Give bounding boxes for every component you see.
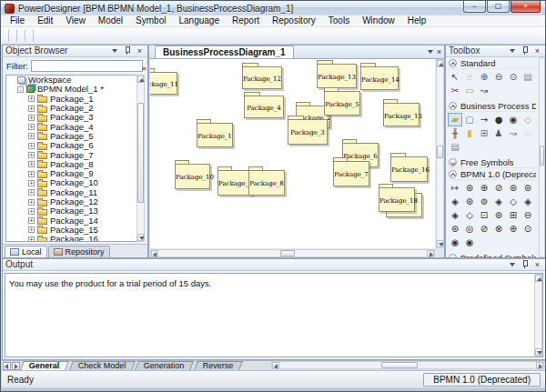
- bpmn-rule-event-tool[interactable]: ⊜: [521, 181, 535, 195]
- toolbox-scrollbar[interactable]: [539, 57, 545, 257]
- bpmn-intermediate-event-tool[interactable]: ⊡: [477, 208, 491, 222]
- tree-scrollbar[interactable]: [136, 75, 145, 242]
- package-symbol[interactable]: Package_1: [197, 119, 233, 147]
- filter-input[interactable]: [31, 60, 143, 72]
- data-tool[interactable]: ▮: [462, 126, 477, 140]
- window-position-chevron-icon[interactable]: [507, 260, 517, 270]
- bpmn-link-event-tool[interactable]: ⊙: [521, 222, 535, 236]
- output-hscrollbar[interactable]: [271, 361, 544, 369]
- menu-item[interactable]: View: [59, 15, 92, 26]
- tree-item[interactable]: + Package_16: [6, 235, 144, 242]
- bpmn-error-end-event-tool[interactable]: ⊘: [477, 222, 491, 236]
- bpmn-timer-start-event-tool[interactable]: ⊕: [506, 222, 521, 236]
- zoom-in-tool[interactable]: ⊕: [477, 70, 491, 84]
- bpmn-decision-gateway-tool[interactable]: ◇: [462, 208, 477, 222]
- package-symbol[interactable]: Package_15: [383, 99, 420, 126]
- window-position-chevron-icon[interactable]: [507, 46, 517, 56]
- section-collapse-chevron-icon[interactable]: [449, 102, 457, 110]
- scroll-up-icon[interactable]: [437, 60, 443, 67]
- tree-scroll-thumb[interactable]: [137, 103, 144, 203]
- menu-item[interactable]: Window: [356, 15, 401, 26]
- organization-unit-tool[interactable]: ♟: [491, 126, 506, 140]
- auto-hide-pin-icon[interactable]: [122, 46, 132, 56]
- tree-expander[interactable]: +: [28, 208, 35, 215]
- bpmn-timer-event-tool[interactable]: ⊕: [477, 181, 491, 195]
- output-scrollbar[interactable]: [534, 274, 542, 357]
- properties-tool[interactable]: ▤: [521, 70, 535, 84]
- tab-list-chevron-icon[interactable]: [428, 50, 433, 54]
- end-tool[interactable]: ◉: [506, 113, 521, 126]
- scroll-left-icon[interactable]: [151, 250, 158, 256]
- package-symbol[interactable]: Package_18: [379, 184, 415, 212]
- tree-expander[interactable]: +: [28, 171, 35, 177]
- bpmn-inclusive-gateway-tool[interactable]: ◈: [521, 195, 535, 208]
- bpmn-gateway-tool[interactable]: ◈: [448, 195, 462, 208]
- zoom-out-tool[interactable]: ⊖: [491, 70, 506, 84]
- menu-item[interactable]: Repository: [266, 15, 322, 26]
- tree-item[interactable]: + Package_6: [6, 141, 144, 150]
- tree-expander[interactable]: +: [28, 106, 35, 112]
- diagram-vscrollbar[interactable]: [436, 59, 444, 248]
- tree-expander[interactable]: +: [28, 124, 35, 130]
- package-symbol[interactable]: Package_3: [288, 116, 328, 145]
- bpmn-link-tool[interactable]: ↦: [448, 181, 462, 195]
- section-collapse-chevron-icon[interactable]: [449, 59, 457, 67]
- panel-close-icon[interactable]: ×: [135, 46, 145, 56]
- close-button[interactable]: ×: [511, 1, 541, 13]
- pointer-tool[interactable]: ↖: [448, 70, 462, 84]
- tree-expander[interactable]: +: [28, 189, 35, 196]
- auto-hide-pin-icon[interactable]: [520, 260, 530, 270]
- menu-item[interactable]: Tools: [322, 15, 356, 26]
- open-diagram-tool[interactable]: ⊙: [506, 70, 521, 84]
- tree-expander[interactable]: +: [28, 199, 35, 206]
- tree-expander[interactable]: +: [28, 180, 35, 186]
- diagram-vscroll-thumb[interactable]: [437, 146, 443, 158]
- document-close-icon[interactable]: ×: [437, 47, 441, 56]
- package-symbol[interactable]: Package_14: [360, 63, 399, 90]
- package-symbol[interactable]: Package_10: [175, 160, 210, 189]
- bpmn-multiple-event-tool[interactable]: ⊚: [477, 195, 491, 208]
- browser-tab[interactable]: Repository: [48, 246, 110, 257]
- bpmn-terminate-end-tool[interactable]: ◉: [462, 236, 477, 249]
- bpmn-subprocess-tool[interactable]: ⊞: [506, 208, 521, 222]
- bpmn-complex-gateway-tool[interactable]: ◈: [491, 195, 506, 208]
- diagram-canvas[interactable]: Package_11 Package_12 Package_13: [150, 59, 435, 248]
- tree-expander[interactable]: +: [28, 236, 35, 242]
- package-symbol[interactable]: Package_5: [324, 87, 360, 116]
- bpmn-event-gateway-tool[interactable]: ⊛: [462, 195, 477, 208]
- tree-expander[interactable]: +: [28, 152, 35, 158]
- toolbox-scroll-thumb[interactable]: [540, 146, 544, 166]
- decision-tool[interactable]: ◇: [521, 113, 535, 126]
- scroll-up-icon[interactable]: [535, 275, 541, 282]
- tree-expander[interactable]: +: [28, 161, 35, 167]
- menu-item[interactable]: Help: [401, 15, 433, 26]
- package-symbol[interactable]: Package_13: [317, 60, 357, 88]
- tab-scroll-left-icon[interactable]: [3, 362, 11, 370]
- section-collapse-chevron-icon[interactable]: [449, 158, 457, 166]
- section-collapse-chevron-icon[interactable]: [449, 170, 457, 178]
- process-tool[interactable]: ▢: [462, 113, 477, 126]
- bpmn-compensation-event-tool[interactable]: ⊛: [506, 181, 521, 195]
- tree-item[interactable]: + Package_13: [6, 206, 144, 216]
- file-tool[interactable]: ▤: [448, 140, 462, 154]
- message-flow-tool[interactable]: ▱: [521, 126, 535, 140]
- tab-scroll-right-icon[interactable]: [12, 362, 20, 370]
- delete-tool[interactable]: ✂: [448, 84, 462, 97]
- browser-tab[interactable]: Local: [5, 246, 47, 257]
- bpmn-cancel-end-event-tool[interactable]: ⊗: [491, 222, 506, 236]
- window-position-chevron-icon[interactable]: [109, 46, 119, 56]
- start-tool[interactable]: ●: [491, 113, 506, 126]
- scroll-right-icon[interactable]: [427, 250, 434, 256]
- grabber-tool[interactable]: ☝: [462, 70, 477, 84]
- toolbox-section-header[interactable]: Standard: [446, 57, 539, 69]
- scroll-down-icon[interactable]: [437, 240, 443, 247]
- toolbox-section-header[interactable]: Predefined Symbols: [446, 252, 539, 257]
- bpmn-cancel-event-tool[interactable]: ⊛: [491, 208, 506, 222]
- package-symbol[interactable]: Package_8: [248, 166, 285, 196]
- bpmn-message-event-tool[interactable]: ⊛: [462, 181, 477, 195]
- output-hscroll-thumb[interactable]: [381, 362, 418, 368]
- process-matrix-tool[interactable]: ⊞: [477, 126, 491, 140]
- package-symbol[interactable]: Package_16: [390, 153, 428, 182]
- menu-item[interactable]: File: [4, 15, 31, 26]
- panel-close-icon[interactable]: ×: [532, 46, 542, 56]
